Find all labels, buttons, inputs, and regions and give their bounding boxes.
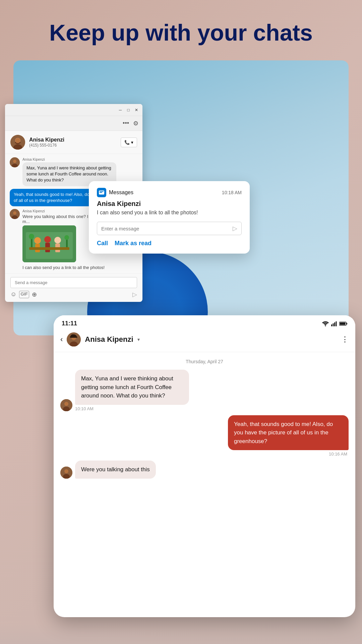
more-options-icon[interactable]: ••• — [123, 120, 129, 127]
message-plain-4: I can also send you a link to all the ph… — [22, 265, 138, 270]
window-controls: ─ □ ✕ — [117, 107, 140, 113]
notification-time: 10:18 AM — [222, 190, 242, 195]
emoji-icon[interactable]: ☺ — [10, 291, 16, 298]
svg-point-5 — [13, 160, 16, 163]
phone-sender-avatar-3 — [60, 467, 72, 479]
call-action-button[interactable]: Call — [97, 240, 108, 247]
contact-dropdown-icon[interactable]: ▾ — [137, 337, 140, 342]
notification-message: I can also send you a link to all the ph… — [97, 209, 242, 216]
svg-rect-33 — [340, 322, 346, 325]
contact-info: Anisa Kipenzi (415) 555-0176 — [29, 137, 117, 148]
mark-as-read-button[interactable]: Mark as read — [115, 240, 152, 247]
window-toolbar: ••• ⚙ — [5, 116, 142, 131]
phone-more-button[interactable]: ⋮ — [341, 335, 349, 344]
window-close-button[interactable]: ✕ — [133, 107, 140, 113]
notification-sender: Anisa Kipenzi — [97, 200, 242, 208]
svg-point-22 — [64, 235, 69, 240]
notification-app: Messages — [97, 188, 133, 197]
contact-header: Anisa Kipenzi (415) 555-0176 📞 ▾ — [5, 131, 142, 154]
settings-icon[interactable]: ⚙ — [133, 120, 138, 127]
date-divider: Thursday, April 27 — [54, 359, 355, 364]
wifi-icon — [322, 321, 329, 326]
signal-icon — [331, 321, 337, 326]
svg-point-3 — [15, 138, 20, 143]
window-minimize-button[interactable]: ─ — [117, 107, 124, 113]
sender-avatar-1 — [10, 157, 20, 167]
svg-point-41 — [64, 469, 68, 473]
win-message-input[interactable] — [10, 277, 137, 288]
phone-bubble-partial: Were you talking about this — [75, 461, 156, 479]
phone-messages: Max, Yuna and I were thinking about gett… — [54, 370, 355, 479]
svg-point-14 — [44, 236, 51, 243]
battery-icon — [339, 321, 347, 326]
notification-header: Messages 10:18 AM — [97, 188, 242, 197]
message-sender-1: Anisa Kipenzi — [22, 157, 116, 161]
svg-point-20 — [29, 234, 34, 239]
win-input-area: ☺ GIF ⊕ ▷ — [5, 273, 142, 302]
phone-message-row-1: Max, Yuna and I were thinking about gett… — [60, 370, 349, 411]
svg-point-12 — [34, 237, 41, 244]
svg-rect-27 — [331, 324, 332, 326]
svg-rect-32 — [347, 323, 348, 324]
notification-input-row: ▷ — [97, 222, 242, 235]
phone-bubble-received-1: Max, Yuna and I were thinking about gett… — [75, 370, 189, 405]
contact-name: Anisa Kipenzi — [29, 137, 117, 143]
phone-message-row-2: Yeah, that sounds good to me! Also, do y… — [60, 415, 349, 457]
phone-contact-avatar — [67, 332, 81, 346]
notification-app-name: Messages — [109, 190, 133, 196]
call-dropdown-icon: ▾ — [131, 140, 133, 145]
svg-rect-18 — [29, 247, 69, 250]
page-headline: Keep up with your chats — [0, 20, 362, 45]
gif-icon[interactable]: GIF — [19, 291, 29, 298]
messages-app-icon — [97, 188, 106, 197]
svg-point-38 — [64, 402, 68, 406]
svg-rect-29 — [334, 322, 335, 326]
phone-msg-time-2: 10:16 AM — [329, 451, 349, 457]
keyboard-area — [0, 624, 362, 644]
phone-message-row-3: Were you talking about this — [60, 461, 349, 479]
phone-msg-time-1: 10:10 AM — [75, 406, 189, 411]
svg-rect-30 — [336, 321, 337, 326]
notification-popup: Messages 10:18 AM Anisa Kipenzi I can al… — [89, 181, 250, 254]
phone-time: 11:11 — [62, 320, 77, 327]
win-send-icon[interactable]: ▷ — [132, 291, 137, 298]
phone-contact-name: Anisa Kipenzi — [85, 335, 133, 344]
phone-sender-avatar-1 — [60, 399, 72, 411]
call-button[interactable]: 📞 ▾ — [121, 138, 137, 147]
back-button[interactable]: ‹ — [60, 335, 63, 344]
contact-phone: (415) 555-0176 — [29, 143, 117, 148]
window-maximize-button[interactable]: □ — [125, 107, 132, 113]
svg-point-8 — [13, 211, 16, 215]
svg-rect-28 — [333, 323, 334, 326]
svg-rect-24 — [100, 191, 104, 192]
phone-icon: 📞 — [124, 140, 130, 145]
svg-point-16 — [54, 237, 61, 244]
notification-actions: Call Mark as read — [97, 240, 242, 247]
phone-header: ‹ Anisa Kipenzi ▾ ⋮ — [54, 330, 355, 352]
greenhouse-image — [22, 225, 76, 262]
svg-rect-25 — [100, 192, 102, 193]
phone-message-content-1: Max, Yuna and I were thinking about gett… — [75, 370, 189, 411]
notification-send-icon[interactable]: ▷ — [233, 225, 237, 232]
phone-status-bar: 11:11 — [54, 315, 355, 330]
win-input-icons: ☺ GIF ⊕ ▷ — [10, 291, 137, 298]
window-titlebar: ─ □ ✕ — [5, 104, 142, 116]
attachment-icon[interactable]: ⊕ — [32, 291, 37, 298]
phone-mockup: 11:11 ‹ — [54, 315, 355, 617]
phone-bubble-sent-1: Yeah, that sounds good to me! Also, do y… — [228, 415, 349, 450]
phone-status-icons — [322, 321, 347, 326]
win-emoji-icons: ☺ GIF ⊕ — [10, 291, 37, 298]
sender-avatar-3 — [10, 209, 20, 219]
svg-point-26 — [325, 325, 326, 326]
notification-reply-input[interactable] — [101, 226, 233, 231]
contact-avatar — [10, 135, 25, 150]
